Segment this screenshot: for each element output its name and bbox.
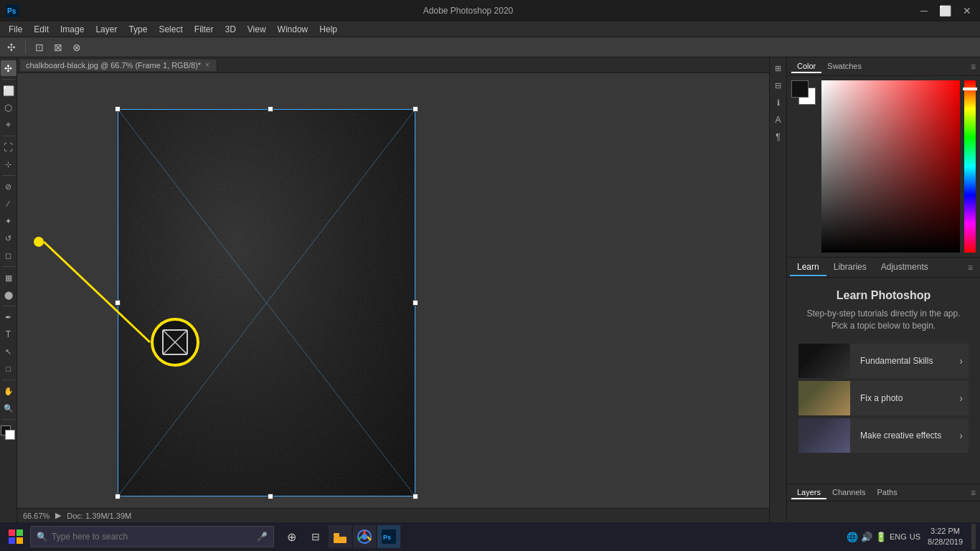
info-panel-icon[interactable]: ℹ (771, 95, 786, 110)
handle-mr[interactable] (413, 300, 418, 306)
taskbar-file-explorer[interactable] (329, 525, 352, 548)
zoom-tool[interactable]: 🔍 (1, 400, 17, 416)
show-desktop-btn[interactable] (971, 524, 976, 550)
system-clock[interactable]: 3:22 PM 8/28/2019 (923, 526, 967, 548)
tutorial-item-fix-photo[interactable]: Fix a photo › (798, 381, 969, 415)
options-circle-x-icon[interactable]: ⊗ (70, 40, 84, 55)
gradient-tool[interactable]: ▦ (1, 270, 17, 286)
magic-wand-tool[interactable]: ⌖ (1, 117, 17, 133)
adjustments-tab[interactable]: Adjustments (874, 259, 936, 276)
start-button[interactable] (4, 525, 27, 548)
menu-3d[interactable]: 3D (219, 23, 241, 36)
canvas-container[interactable]: 66.67% ▶ Doc: 1.39M/1.39M (17, 73, 769, 522)
paths-tab[interactable]: Paths (872, 486, 903, 499)
adjustments-panel-icon[interactable]: ⊟ (771, 77, 786, 93)
learn-panel-menu[interactable]: ≡ (968, 263, 977, 273)
fg-bg-swatches[interactable] (791, 80, 817, 106)
tab-close-btn[interactable]: × (205, 61, 209, 69)
menu-select[interactable]: Select (153, 23, 188, 36)
tutorial-item-creative[interactable]: Make creative effects › (798, 418, 969, 453)
foreground-color[interactable] (1, 425, 17, 441)
battery-icon[interactable]: 🔋 (875, 532, 887, 542)
handle-ml[interactable] (115, 300, 121, 306)
layers-panel-menu[interactable]: ≡ (971, 488, 976, 498)
taskbar-search[interactable]: 🔍 🎤 (30, 526, 274, 547)
eyedropper-tool[interactable]: ⊹ (1, 156, 17, 172)
restore-btn[interactable]: ⬜ (936, 5, 954, 17)
handle-tl[interactable] (115, 106, 121, 112)
taskbar-cortana[interactable]: ⊕ (280, 525, 303, 548)
layers-tab[interactable]: Layers (791, 486, 826, 499)
handle-br[interactable] (413, 494, 418, 499)
handle-bl[interactable] (115, 494, 121, 499)
menu-view[interactable]: View (242, 23, 272, 36)
color-spectrum-bar[interactable] (964, 80, 976, 253)
options-xbox-icon[interactable]: ⊠ (51, 40, 65, 55)
doc-info: Doc: 1.39M/1.39M (67, 512, 131, 520)
active-tab[interactable]: chalkboard-black.jpg @ 66.7% (Frame 1, R… (20, 60, 217, 71)
brush-tool[interactable]: ∕ (1, 196, 17, 212)
learn-tab[interactable]: Learn (790, 259, 826, 276)
app-title: Adobe Photoshop 2020 (19, 6, 918, 16)
foreground-color-swatch[interactable] (791, 80, 809, 98)
region-indicator: US (910, 532, 920, 541)
stamp-tool[interactable]: ✦ (1, 213, 17, 229)
lasso-tool[interactable]: ⬡ (1, 100, 17, 116)
tutorial-thumb-3 (798, 418, 850, 453)
close-btn[interactable]: ✕ (960, 5, 974, 17)
menu-edit[interactable]: Edit (28, 23, 55, 36)
options-frame-icon[interactable]: ⊡ (32, 40, 47, 55)
crop-tool[interactable]: ⛶ (1, 139, 17, 155)
menu-file[interactable]: File (3, 23, 28, 36)
handle-tr[interactable] (413, 106, 418, 112)
libraries-tab[interactable]: Libraries (826, 259, 874, 276)
handle-bc[interactable] (268, 494, 273, 499)
network-icon[interactable]: 🌐 (847, 532, 858, 542)
move-tool[interactable]: ✣ (1, 60, 17, 76)
menu-help[interactable]: Help (314, 23, 343, 36)
shape-tool[interactable]: □ (1, 361, 17, 377)
heal-brush-tool[interactable]: ⊘ (1, 179, 17, 194)
options-move-icon[interactable]: ✣ (4, 40, 19, 55)
menu-window[interactable]: Window (272, 23, 314, 36)
type-tool[interactable]: T (1, 326, 17, 342)
taskbar-task-view[interactable]: ⊟ (304, 525, 327, 548)
lang-indicator[interactable]: ENG (890, 532, 907, 541)
path-select-tool[interactable]: ↖ (1, 344, 17, 359)
handle-tc[interactable] (268, 106, 273, 112)
spectrum-thumb[interactable] (963, 88, 977, 90)
mic-icon[interactable]: 🎤 (257, 532, 268, 542)
minimize-btn[interactable]: ─ (918, 5, 930, 17)
learn-subtitle: Step-by-step tutorials directly in the a… (798, 308, 969, 332)
character-panel-icon[interactable]: A (771, 112, 786, 128)
pen-tool[interactable]: ✒ (1, 309, 17, 325)
options-bar: ✣ ⊡ ⊠ ⊗ (0, 37, 980, 57)
eraser-tool[interactable]: ◻ (1, 248, 17, 263)
volume-icon[interactable]: 🔊 (861, 532, 872, 542)
taskbar-photoshop[interactable]: Ps (377, 525, 400, 548)
channels-tab[interactable]: Channels (826, 486, 871, 499)
tutorial-item-fundamental[interactable]: Fundamental Skills › (798, 344, 969, 378)
color-tab[interactable]: Color (791, 60, 821, 73)
marquee-tool[interactable]: ⬜ (1, 83, 17, 98)
swatches-tab[interactable]: Swatches (821, 60, 867, 73)
taskbar-chrome[interactable] (353, 525, 376, 548)
tutorial-label-fix-photo: Fix a photo (857, 390, 952, 406)
color-panel-menu[interactable]: ≡ (971, 62, 976, 72)
dodge-tool[interactable]: ⬤ (1, 287, 17, 303)
zoom-arrow[interactable]: ▶ (55, 511, 61, 520)
paragraph-panel-icon[interactable]: ¶ (771, 129, 786, 145)
right-panel: Color Swatches ≡ (786, 57, 980, 522)
color-gradient-picker[interactable] (821, 80, 960, 253)
menu-image[interactable]: Image (55, 23, 90, 36)
search-input[interactable] (52, 532, 253, 542)
menu-filter[interactable]: Filter (189, 23, 220, 36)
properties-panel-icon[interactable]: ⊞ (771, 60, 786, 76)
tutorial-arrow-2: › (959, 392, 969, 404)
svg-rect-15 (334, 533, 339, 537)
hand-tool[interactable]: ✋ (1, 383, 17, 399)
tutorial-label-fundamental: Fundamental Skills (857, 353, 952, 369)
menu-type[interactable]: Type (123, 23, 153, 36)
history-brush[interactable]: ↺ (1, 230, 17, 246)
menu-layer[interactable]: Layer (90, 23, 123, 36)
